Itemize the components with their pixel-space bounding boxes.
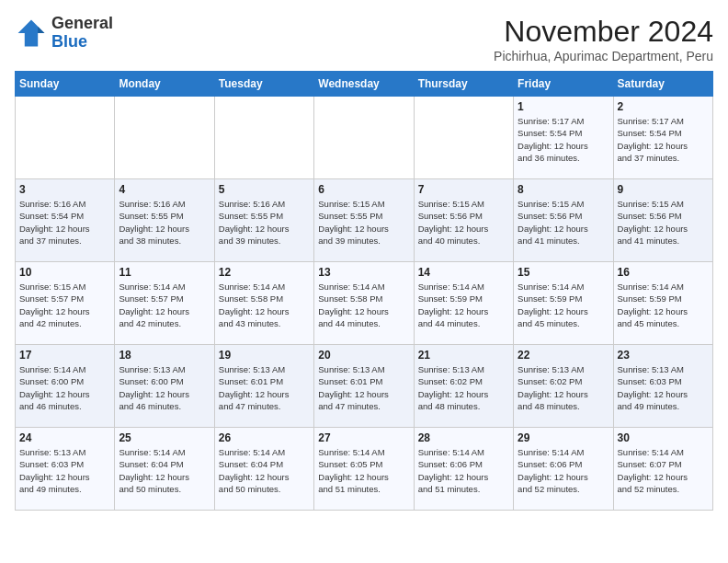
calendar-cell: 4Sunrise: 5:16 AM Sunset: 5:55 PM Daylig… xyxy=(115,179,214,262)
calendar-cell: 19Sunrise: 5:13 AM Sunset: 6:01 PM Dayli… xyxy=(214,345,313,428)
day-number: 4 xyxy=(119,183,210,196)
calendar-cell: 22Sunrise: 5:13 AM Sunset: 6:02 PM Dayli… xyxy=(514,345,613,428)
calendar-cell: 30Sunrise: 5:14 AM Sunset: 6:07 PM Dayli… xyxy=(613,428,712,511)
day-number: 24 xyxy=(19,431,110,444)
day-info: Sunrise: 5:15 AM Sunset: 5:55 PM Dayligh… xyxy=(318,198,409,247)
day-info: Sunrise: 5:14 AM Sunset: 6:06 PM Dayligh… xyxy=(518,446,609,495)
day-header-sunday: Sunday xyxy=(16,72,115,97)
day-number: 1 xyxy=(518,100,609,113)
calendar-cell: 7Sunrise: 5:15 AM Sunset: 5:56 PM Daylig… xyxy=(414,179,513,262)
day-number: 5 xyxy=(219,183,310,196)
day-number: 16 xyxy=(618,266,709,279)
day-header-friday: Friday xyxy=(514,72,613,97)
day-info: Sunrise: 5:14 AM Sunset: 5:59 PM Dayligh… xyxy=(518,281,609,329)
day-info: Sunrise: 5:14 AM Sunset: 5:58 PM Dayligh… xyxy=(219,281,310,329)
day-number: 13 xyxy=(318,266,409,279)
day-info: Sunrise: 5:14 AM Sunset: 6:04 PM Dayligh… xyxy=(119,446,210,495)
page-header: General Blue November 2024 Pichirhua, Ap… xyxy=(15,15,713,63)
day-info: Sunrise: 5:14 AM Sunset: 6:00 PM Dayligh… xyxy=(19,363,110,412)
calendar-cell xyxy=(16,97,115,179)
day-number: 15 xyxy=(518,266,609,279)
day-info: Sunrise: 5:14 AM Sunset: 6:04 PM Dayligh… xyxy=(219,446,310,495)
calendar-cell: 12Sunrise: 5:14 AM Sunset: 5:58 PM Dayli… xyxy=(214,262,313,345)
calendar-week-row: 10Sunrise: 5:15 AM Sunset: 5:57 PM Dayli… xyxy=(16,262,713,345)
title-block: November 2024 Pichirhua, Apurimac Depart… xyxy=(494,15,713,63)
day-number: 27 xyxy=(318,431,409,444)
day-info: Sunrise: 5:14 AM Sunset: 5:59 PM Dayligh… xyxy=(618,281,709,329)
calendar-cell: 2Sunrise: 5:17 AM Sunset: 5:54 PM Daylig… xyxy=(613,97,712,179)
day-info: Sunrise: 5:13 AM Sunset: 6:03 PM Dayligh… xyxy=(19,446,110,495)
day-info: Sunrise: 5:16 AM Sunset: 5:55 PM Dayligh… xyxy=(219,198,310,247)
calendar-week-row: 3Sunrise: 5:16 AM Sunset: 5:54 PM Daylig… xyxy=(16,179,713,262)
calendar-cell: 13Sunrise: 5:14 AM Sunset: 5:58 PM Dayli… xyxy=(314,262,414,345)
calendar-cell xyxy=(214,97,313,179)
calendar-cell: 24Sunrise: 5:13 AM Sunset: 6:03 PM Dayli… xyxy=(16,428,115,511)
day-number: 8 xyxy=(518,183,609,196)
calendar-cell: 8Sunrise: 5:15 AM Sunset: 5:56 PM Daylig… xyxy=(514,179,613,262)
day-number: 21 xyxy=(418,349,509,362)
day-info: Sunrise: 5:13 AM Sunset: 6:02 PM Dayligh… xyxy=(418,363,509,412)
day-info: Sunrise: 5:15 AM Sunset: 5:56 PM Dayligh… xyxy=(418,198,509,247)
month-title: November 2024 xyxy=(494,15,713,49)
day-number: 23 xyxy=(618,349,709,362)
day-number: 29 xyxy=(518,431,609,444)
day-number: 19 xyxy=(219,349,310,362)
day-number: 18 xyxy=(119,349,210,362)
calendar-cell: 29Sunrise: 5:14 AM Sunset: 6:06 PM Dayli… xyxy=(514,428,613,511)
day-info: Sunrise: 5:14 AM Sunset: 6:06 PM Dayligh… xyxy=(418,446,509,495)
day-header-wednesday: Wednesday xyxy=(314,72,414,97)
subtitle: Pichirhua, Apurimac Department, Peru xyxy=(494,49,713,63)
calendar-cell xyxy=(414,97,513,179)
day-header-thursday: Thursday xyxy=(414,72,513,97)
calendar-cell: 5Sunrise: 5:16 AM Sunset: 5:55 PM Daylig… xyxy=(214,179,313,262)
calendar-week-row: 1Sunrise: 5:17 AM Sunset: 5:54 PM Daylig… xyxy=(16,97,713,179)
day-info: Sunrise: 5:16 AM Sunset: 5:54 PM Dayligh… xyxy=(19,198,110,247)
day-info: Sunrise: 5:14 AM Sunset: 6:05 PM Dayligh… xyxy=(318,446,409,495)
day-number: 26 xyxy=(219,431,310,444)
calendar-body: 1Sunrise: 5:17 AM Sunset: 5:54 PM Daylig… xyxy=(16,97,713,511)
day-info: Sunrise: 5:17 AM Sunset: 5:54 PM Dayligh… xyxy=(618,115,709,164)
day-info: Sunrise: 5:13 AM Sunset: 6:03 PM Dayligh… xyxy=(618,363,709,412)
day-number: 22 xyxy=(518,349,609,362)
calendar-cell: 1Sunrise: 5:17 AM Sunset: 5:54 PM Daylig… xyxy=(514,97,613,179)
day-number: 3 xyxy=(19,183,110,196)
calendar-cell: 25Sunrise: 5:14 AM Sunset: 6:04 PM Dayli… xyxy=(115,428,214,511)
calendar-cell: 15Sunrise: 5:14 AM Sunset: 5:59 PM Dayli… xyxy=(514,262,613,345)
calendar-header-row: SundayMondayTuesdayWednesdayThursdayFrid… xyxy=(16,72,713,97)
calendar-cell: 28Sunrise: 5:14 AM Sunset: 6:06 PM Dayli… xyxy=(414,428,513,511)
day-number: 11 xyxy=(119,266,210,279)
day-info: Sunrise: 5:16 AM Sunset: 5:55 PM Dayligh… xyxy=(119,198,210,247)
calendar-cell: 10Sunrise: 5:15 AM Sunset: 5:57 PM Dayli… xyxy=(16,262,115,345)
day-info: Sunrise: 5:14 AM Sunset: 5:59 PM Dayligh… xyxy=(418,281,509,329)
day-number: 10 xyxy=(19,266,110,279)
calendar-cell: 16Sunrise: 5:14 AM Sunset: 5:59 PM Dayli… xyxy=(613,262,712,345)
day-info: Sunrise: 5:14 AM Sunset: 5:58 PM Dayligh… xyxy=(318,281,409,329)
calendar-cell xyxy=(314,97,414,179)
calendar-cell: 26Sunrise: 5:14 AM Sunset: 6:04 PM Dayli… xyxy=(214,428,313,511)
logo-icon xyxy=(15,17,48,50)
calendar-cell: 21Sunrise: 5:13 AM Sunset: 6:02 PM Dayli… xyxy=(414,345,513,428)
day-info: Sunrise: 5:15 AM Sunset: 5:56 PM Dayligh… xyxy=(518,198,609,247)
logo: General Blue xyxy=(15,15,113,52)
day-info: Sunrise: 5:15 AM Sunset: 5:57 PM Dayligh… xyxy=(19,281,110,329)
calendar-cell: 17Sunrise: 5:14 AM Sunset: 6:00 PM Dayli… xyxy=(16,345,115,428)
day-info: Sunrise: 5:14 AM Sunset: 6:07 PM Dayligh… xyxy=(618,446,709,495)
day-number: 28 xyxy=(418,431,509,444)
day-number: 25 xyxy=(119,431,210,444)
day-info: Sunrise: 5:13 AM Sunset: 6:01 PM Dayligh… xyxy=(318,363,409,412)
logo-text: General Blue xyxy=(51,15,113,52)
day-number: 20 xyxy=(318,349,409,362)
calendar-cell: 6Sunrise: 5:15 AM Sunset: 5:55 PM Daylig… xyxy=(314,179,414,262)
day-info: Sunrise: 5:13 AM Sunset: 6:01 PM Dayligh… xyxy=(219,363,310,412)
day-info: Sunrise: 5:13 AM Sunset: 6:02 PM Dayligh… xyxy=(518,363,609,412)
day-info: Sunrise: 5:14 AM Sunset: 5:57 PM Dayligh… xyxy=(119,281,210,329)
calendar-cell: 23Sunrise: 5:13 AM Sunset: 6:03 PM Dayli… xyxy=(613,345,712,428)
day-number: 30 xyxy=(618,431,709,444)
day-number: 7 xyxy=(418,183,509,196)
calendar-cell: 20Sunrise: 5:13 AM Sunset: 6:01 PM Dayli… xyxy=(314,345,414,428)
day-header-tuesday: Tuesday xyxy=(214,72,313,97)
calendar-cell: 9Sunrise: 5:15 AM Sunset: 5:56 PM Daylig… xyxy=(613,179,712,262)
calendar-cell: 27Sunrise: 5:14 AM Sunset: 6:05 PM Dayli… xyxy=(314,428,414,511)
day-number: 2 xyxy=(618,100,709,113)
day-number: 14 xyxy=(418,266,509,279)
